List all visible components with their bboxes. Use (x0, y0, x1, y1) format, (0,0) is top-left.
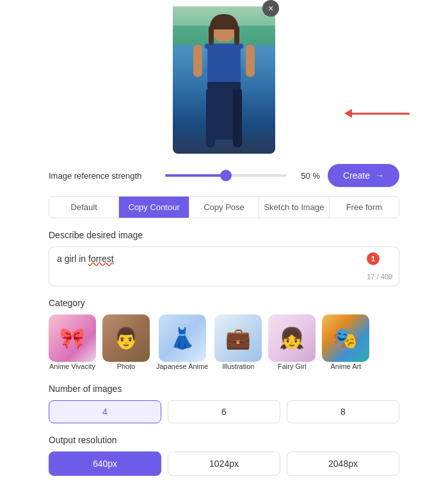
image-preview-area: × (0, 6, 448, 154)
create-button[interactable]: Create → (328, 164, 399, 187)
describe-textarea-wrapper: a girl in forrest 1 17 / 400 ⤢ (49, 247, 399, 286)
tab-copy-contour[interactable]: Copy Contour (119, 197, 189, 218)
num-option-8[interactable]: 8 (287, 400, 399, 423)
slider-fill (165, 174, 226, 177)
expand-icon[interactable]: ⤢ (387, 273, 394, 282)
category-item-photo[interactable]: 👨 Photo (102, 314, 150, 371)
resolution-options: 640px 1024px 2048px (49, 451, 399, 476)
char-count-badge: 1 (367, 252, 380, 265)
close-image-button[interactable]: × (262, 0, 279, 17)
category-item-fairy-girl[interactable]: 👧 Fairy Girl (268, 314, 316, 371)
arrow-head (344, 109, 352, 118)
slider-label: Image reference strength (49, 171, 157, 181)
category-item-anime-vivacity[interactable]: 🎀 Anime Vivacity (49, 314, 96, 371)
slider-value: 50 % (294, 171, 320, 181)
category-item-anime-art[interactable]: 🎭 Anime Art (322, 314, 369, 371)
describe-text[interactable]: a girl in forrest (57, 254, 391, 279)
arrow-indicator (344, 109, 410, 118)
slider-thumb[interactable] (220, 170, 232, 181)
category-name-anime-vivacity: Anime Vivacity (49, 362, 95, 371)
num-images-label: Number of images (49, 384, 399, 394)
category-name-photo: Photo (117, 362, 136, 371)
output-resolution-label: Output resolution (49, 435, 399, 445)
mode-tabs: Default Copy Contour Copy Pose Sketch to… (49, 196, 399, 218)
tab-default[interactable]: Default (49, 197, 119, 218)
category-name-fairy-girl: Fairy Girl (278, 362, 307, 371)
tab-sketch-to-image[interactable]: Sketch to Image (259, 197, 329, 218)
resolution-2048[interactable]: 2048px (287, 451, 399, 476)
category-name-illustration: Illustration (222, 362, 254, 371)
number-options: 4 6 8 (49, 400, 399, 423)
category-grid: 🎀 Anime Vivacity 👨 Photo 👗 Japanese Anim… (49, 314, 399, 371)
describe-label: Describe desired image (49, 230, 399, 240)
num-option-4[interactable]: 4 (49, 400, 161, 423)
arrow-line (352, 113, 410, 115)
category-name-anime-art: Anime Art (331, 362, 362, 371)
tab-copy-pose[interactable]: Copy Pose (189, 197, 259, 218)
category-name-japanese-anime: Japanese Anime (156, 362, 208, 371)
category-label: Category (49, 298, 399, 308)
tab-free-form[interactable]: Free form (330, 197, 399, 218)
resolution-1024[interactable]: 1024px (168, 451, 280, 476)
category-item-japanese-anime[interactable]: 👗 Japanese Anime (156, 314, 208, 371)
slider-track[interactable] (165, 174, 287, 177)
num-option-6[interactable]: 6 (168, 400, 280, 423)
category-item-illustration[interactable]: 💼 Illustration (214, 314, 262, 371)
resolution-640[interactable]: 640px (49, 451, 161, 476)
